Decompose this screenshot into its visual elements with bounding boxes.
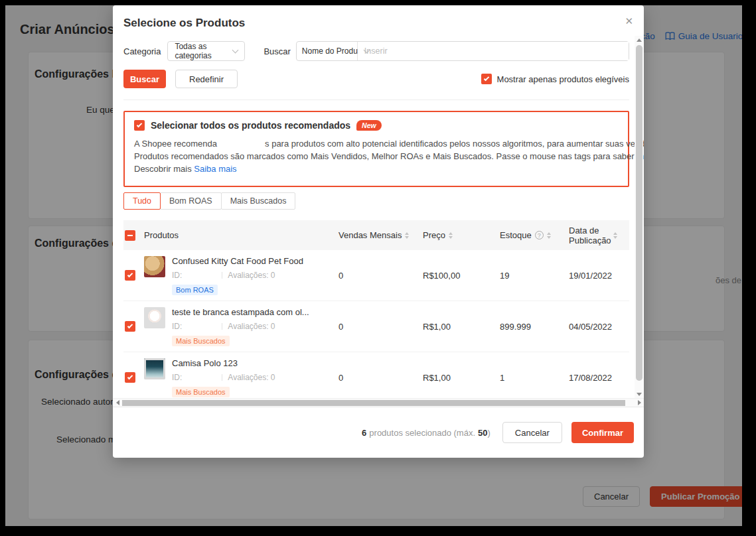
product-tag: Bom ROAS	[172, 285, 218, 295]
scroll-down-arrow[interactable]	[635, 390, 643, 398]
question-icon[interactable]: ?	[535, 231, 544, 239]
product-name: teste te branca estampada com ol...	[172, 307, 309, 317]
close-icon[interactable]: ✕	[625, 16, 633, 26]
confirm-button[interactable]: Confirmar	[571, 422, 634, 443]
meta-separator	[222, 323, 222, 330]
sort-icon	[405, 232, 409, 239]
products-table: Produtos Vendas Mensais Preço Estoque ?	[123, 220, 629, 398]
stock-value: 1	[500, 373, 569, 383]
selected-count-number: 6	[362, 428, 366, 438]
price-value: R$1,00	[423, 322, 500, 332]
product-meta: ID: Avaliações: 0	[172, 373, 275, 382]
modal-header: Selecione os Produtos ✕	[113, 5, 644, 36]
monthly-sales-value: 0	[339, 271, 423, 281]
product-tag: Mais Buscados	[172, 387, 230, 397]
search-button[interactable]: Buscar	[123, 70, 166, 88]
horizontal-scroll-thumb[interactable]	[122, 400, 625, 406]
category-select-value: Todas as categorias	[175, 42, 233, 60]
table-row: Confused Kitty Cat Food Pet Food ID: Ava…	[123, 250, 629, 301]
header-stock[interactable]: Estoque ?	[500, 230, 569, 240]
monthly-sales-value: 0	[339, 373, 423, 383]
search-type-value: Nome do Produto	[302, 46, 364, 56]
sort-icon	[613, 232, 617, 239]
search-input[interactable]	[358, 42, 629, 60]
description-line-1: A Shopee recomendas para produtos com al…	[134, 137, 619, 150]
row-checkbox[interactable]	[125, 372, 135, 383]
product-reviews: Avaliações: 0	[228, 322, 275, 331]
product-image	[144, 358, 165, 379]
selected-max-number: 50	[478, 428, 487, 438]
sort-icon	[547, 232, 551, 239]
horizontal-scroll-track[interactable]	[122, 399, 635, 407]
product-cell: teste te branca estampada com ol... ID: …	[144, 301, 339, 346]
price-value: R$100,00	[423, 271, 500, 281]
meta-separator	[222, 272, 222, 279]
reset-button[interactable]: Redefinir	[175, 70, 238, 88]
vertical-scroll-track[interactable]	[635, 44, 643, 390]
product-meta: ID: Avaliações: 0	[172, 322, 309, 331]
table-row: Camisa Polo 123 ID: Avaliações: 0 Mais B…	[123, 352, 629, 398]
category-select[interactable]: Todas as categorias	[167, 41, 245, 61]
description-line-2: Produtos recomendados são marcados como …	[134, 150, 619, 163]
learn-more-link[interactable]: Saiba mais	[194, 164, 236, 174]
recommended-products-box: Selecionar todos os produtos recomendado…	[123, 111, 629, 187]
scroll-left-arrow[interactable]	[113, 399, 122, 407]
product-reviews: Avaliações: 0	[228, 271, 275, 280]
filter-row: Categoria Todas as categorias Buscar Nom…	[123, 41, 629, 61]
product-name: Camisa Polo 123	[172, 358, 275, 368]
search-label: Buscar	[264, 46, 290, 56]
product-cell: Confused Kitty Cat Food Pet Food ID: Ava…	[144, 250, 339, 295]
header-publish-date[interactable]: Data de Publicação	[569, 226, 629, 245]
selected-count: 6 produtos selecionado (máx. 50 )	[362, 428, 491, 438]
eligible-checkbox[interactable]	[481, 74, 492, 84]
monthly-sales-value: 0	[339, 322, 423, 332]
modal-body: Categoria Todas as categorias Buscar Nom…	[113, 36, 644, 407]
stock-value: 899.999	[500, 322, 569, 332]
tab-all[interactable]: Tudo	[123, 192, 161, 210]
modal-scroll-area: Categoria Todas as categorias Buscar Nom…	[113, 36, 644, 398]
tab-good-roas[interactable]: Bom ROAS	[160, 192, 222, 210]
meta-separator	[222, 374, 222, 381]
header-price[interactable]: Preço	[423, 230, 500, 240]
row-checkbox[interactable]	[125, 270, 135, 281]
sort-icon	[449, 232, 453, 239]
select-all-recommended-label: Selecionar todos os produtos recomendado…	[151, 120, 350, 131]
divider	[123, 100, 629, 100]
product-image	[144, 256, 165, 277]
page-background: Criar Anúncios d ção Guia de Usuario Con…	[5, 5, 742, 526]
product-reviews: Avaliações: 0	[228, 373, 275, 382]
recommended-description: A Shopee recomendas para produtos com al…	[134, 137, 619, 175]
select-all-recommended-checkbox[interactable]	[134, 120, 145, 131]
new-badge: New	[356, 120, 382, 131]
vertical-scroll-thumb[interactable]	[636, 45, 643, 381]
tab-most-searched[interactable]: Mais Buscados	[221, 192, 296, 210]
modal-title: Selecione os Produtos	[123, 17, 245, 30]
header-monthly-sales[interactable]: Vendas Mensais	[339, 230, 423, 240]
product-image	[144, 307, 165, 328]
eligible-checkbox-label: Mostrar apenas produtos elegíveis	[497, 74, 629, 84]
minus-icon	[127, 235, 133, 236]
publish-date-value: 19/01/2022	[569, 271, 629, 281]
horizontal-scrollbar[interactable]	[113, 398, 644, 407]
chevron-down-icon	[232, 47, 239, 54]
check-icon	[137, 122, 142, 127]
product-id-label: ID:	[172, 373, 182, 382]
product-id-label: ID:	[172, 322, 182, 331]
product-meta: ID: Avaliações: 0	[172, 271, 303, 280]
table-header: Produtos Vendas Mensais Preço Estoque ?	[123, 220, 629, 250]
product-name: Confused Kitty Cat Food Pet Food	[172, 256, 303, 266]
scroll-up-arrow[interactable]	[635, 36, 643, 44]
check-icon	[483, 76, 489, 81]
filter-tabs: Tudo Bom ROAS Mais Buscados	[123, 192, 629, 210]
action-row: Buscar Redefinir Mostrar apenas produtos…	[123, 70, 629, 88]
recommended-checkbox-row: Selecionar todos os produtos recomendado…	[134, 120, 619, 131]
product-id-label: ID:	[172, 271, 182, 280]
cancel-button[interactable]: Cancelar	[502, 422, 562, 443]
select-all-checkbox[interactable]	[125, 230, 135, 241]
vertical-scrollbar[interactable]	[635, 36, 643, 398]
row-checkbox[interactable]	[125, 321, 135, 332]
product-tag: Mais Buscados	[172, 336, 230, 346]
search-type-select[interactable]: Nome do Produto	[297, 42, 358, 60]
selected-count-paren: )	[488, 428, 491, 438]
scroll-right-arrow[interactable]	[635, 399, 644, 407]
